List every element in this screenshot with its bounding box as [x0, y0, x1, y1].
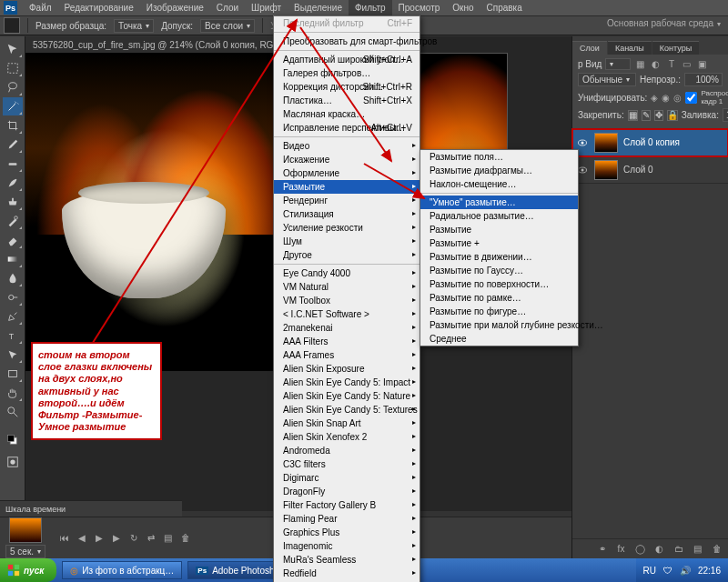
layer-row[interactable]: Слой 0	[572, 156, 728, 184]
menu-item[interactable]: Eye Candy 4000	[274, 266, 420, 280]
menu-item[interactable]: Размытие в движении…	[420, 250, 578, 264]
history-brush-tool[interactable]	[3, 212, 23, 230]
filter-pixel-icon[interactable]: ▦	[634, 58, 646, 70]
menu-item[interactable]: Alien Skin Eye Candy 5: Textures	[274, 403, 420, 416]
filter-adjust-icon[interactable]: ◐	[650, 58, 662, 70]
next-frame-icon[interactable]: ▶	[110, 532, 122, 544]
menu-item[interactable]: Размытие +	[420, 236, 578, 250]
menu-item[interactable]: Оформление	[274, 166, 420, 180]
healing-brush-tool[interactable]	[3, 155, 23, 173]
lock-pixels-icon[interactable]: ✎	[642, 110, 651, 121]
menu-item[interactable]: Alien Skin Snap Art	[274, 416, 420, 430]
blend-mode-dropdown[interactable]: Обычные	[578, 73, 636, 86]
opacity-input[interactable]: 100%	[684, 73, 723, 86]
gradient-tool[interactable]	[3, 250, 23, 268]
path-selection-tool[interactable]	[3, 346, 23, 364]
layer-mask-icon[interactable]: ◯	[634, 543, 646, 555]
menu-item[interactable]: C3C filters	[274, 457, 420, 471]
menu-item[interactable]: Стилизация	[274, 207, 420, 221]
sampling-dropdown[interactable]: Все слои	[200, 19, 255, 33]
menu-item[interactable]: Среднее	[420, 332, 578, 346]
menu-item[interactable]: DragonFly	[274, 485, 420, 498]
play-icon[interactable]: ▶	[93, 532, 105, 544]
zoom-tool[interactable]	[3, 403, 23, 421]
menu-item[interactable]: Alien Skin Eye Candy 5: Impact	[274, 376, 420, 389]
menu-item[interactable]: "Умное" размытие…	[420, 196, 578, 209]
visibility-toggle[interactable]	[576, 136, 589, 149]
brush-tool[interactable]	[3, 174, 23, 192]
tab-layers[interactable]: Слои	[572, 41, 607, 55]
menu-item[interactable]: VM Natural	[274, 280, 420, 294]
tab-paths[interactable]: Контуры	[652, 41, 699, 55]
filter-shape-icon[interactable]: ▭	[681, 58, 693, 70]
quick-mask-toggle[interactable]	[3, 453, 23, 471]
layer-thumbnail[interactable]	[594, 133, 618, 153]
menu-item[interactable]: Размытие	[420, 223, 578, 236]
eyedropper-tool[interactable]	[3, 135, 23, 154]
timeline-panel-tab[interactable]: Шкала времени	[0, 500, 182, 517]
menu-item[interactable]: Размытие по поверхности…	[420, 277, 578, 291]
menu-item[interactable]: VM Toolbox	[274, 294, 420, 307]
move-tool[interactable]	[3, 40, 23, 58]
clock[interactable]: 22:16	[698, 566, 721, 576]
magic-wand-tool[interactable]	[3, 97, 23, 115]
menu-item[interactable]: Размытие по Гауссу…	[420, 264, 578, 277]
type-tool[interactable]: T	[3, 326, 23, 345]
lock-all-icon[interactable]: 🔒	[667, 110, 678, 121]
new-layer-icon[interactable]: ▤	[692, 543, 703, 555]
document-canvas[interactable]	[25, 53, 280, 371]
menu-item[interactable]: Радиальное размытие…	[420, 209, 578, 223]
layer-filter-dropdown[interactable]	[605, 58, 631, 70]
layer-effects-icon[interactable]: fx	[615, 543, 627, 555]
lock-transparent-icon[interactable]: ▦	[628, 110, 638, 121]
menu-фильтр[interactable]: Фильтр	[349, 0, 392, 15]
menu-item[interactable]: Галерея фильтров…	[274, 66, 420, 80]
menu-item[interactable]: Наклон-смещение…	[420, 177, 578, 191]
timeline-frame-thumb[interactable]	[9, 517, 42, 543]
menu-item[interactable]: Graphics Plus	[274, 526, 420, 539]
propagate-frame-checkbox[interactable]	[685, 92, 697, 104]
lasso-tool[interactable]	[3, 78, 23, 96]
eraser-tool[interactable]	[3, 231, 23, 249]
unify-visibility-icon[interactable]: ◉	[662, 92, 670, 104]
menu-файл[interactable]: Файл	[23, 0, 58, 15]
menu-item[interactable]: 2manekenai	[274, 321, 420, 335]
layer-row[interactable]: Слой 0 копия	[572, 129, 728, 156]
menu-item[interactable]: Filter Factory Gallery B	[274, 498, 420, 512]
menu-item[interactable]: Digimarc	[274, 471, 420, 485]
clone-stamp-tool[interactable]	[3, 193, 23, 211]
menu-слои[interactable]: Слои	[210, 0, 245, 15]
crop-tool[interactable]	[3, 116, 23, 135]
menu-item[interactable]: Redfield	[274, 567, 420, 580]
menu-item[interactable]: Andromeda	[274, 444, 420, 457]
tray-icon[interactable]: 🛡	[663, 566, 672, 576]
menu-item[interactable]: Искажение	[274, 153, 420, 166]
tray-icon[interactable]: 🔊	[680, 566, 691, 576]
taskbar-item[interactable]: ◎ Из фото в абстракц…	[62, 561, 182, 579]
menu-item[interactable]: Масляная краска…	[274, 107, 420, 121]
start-button[interactable]: пуск	[0, 558, 56, 582]
hand-tool[interactable]	[3, 384, 23, 402]
menu-item[interactable]: Коррекция дисторсии…Shift+Ctrl+R	[274, 80, 420, 94]
workspace-switcher[interactable]: Основная рабочая среда	[607, 18, 721, 28]
menu-item[interactable]: Размытие при малой глубине резкости…	[420, 318, 578, 332]
marquee-tool[interactable]	[3, 59, 23, 77]
menu-item[interactable]: Другое	[274, 248, 420, 262]
tool-preset-thumb[interactable]	[4, 17, 20, 34]
menu-item[interactable]: Размытие по фигуре…	[420, 305, 578, 318]
menu-справка[interactable]: Справка	[480, 0, 529, 15]
sample-size-dropdown[interactable]: Точка	[114, 19, 154, 33]
unify-style-icon[interactable]: ◎	[673, 92, 682, 104]
foreground-background-swatch[interactable]	[3, 428, 23, 452]
menu-item[interactable]: Размытие по рамке…	[420, 291, 578, 305]
menu-item[interactable]: Alien Skin Eye Candy 5: Nature	[274, 389, 420, 403]
menu-item[interactable]: Imagenomic	[274, 539, 420, 553]
pen-tool[interactable]	[3, 307, 23, 326]
layer-thumbnail[interactable]	[594, 160, 618, 180]
frame-duration-dropdown[interactable]: 5 сек.	[5, 545, 46, 558]
fill-input[interactable]: 100%	[723, 108, 728, 122]
prev-frame-icon[interactable]: ◀	[76, 532, 87, 544]
new-frame-icon[interactable]: ▤	[162, 532, 174, 544]
menu-шрифт[interactable]: Шрифт	[245, 0, 288, 15]
delete-frame-icon[interactable]: 🗑	[179, 532, 191, 544]
